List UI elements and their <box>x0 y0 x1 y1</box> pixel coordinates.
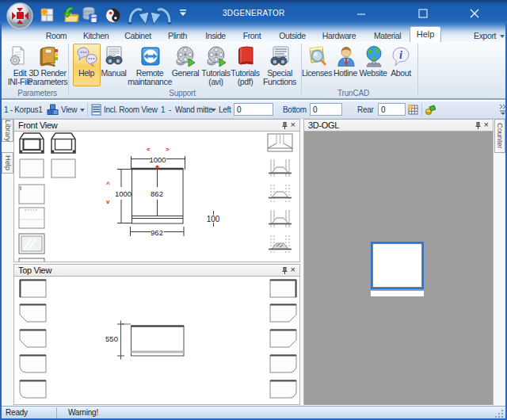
svg-text:<: < <box>147 146 151 153</box>
svg-text:^: ^ <box>106 181 110 188</box>
svg-text:v: v <box>106 198 110 205</box>
svg-text:862: 862 <box>151 189 163 198</box>
svg-text:962: 962 <box>151 228 163 237</box>
svg-text:1000: 1000 <box>149 155 166 164</box>
svg-text:550: 550 <box>105 334 118 343</box>
svg-text:1000: 1000 <box>115 189 132 198</box>
svg-text:>: > <box>166 146 170 153</box>
svg-text:100: 100 <box>207 215 220 223</box>
svg-text:i: i <box>399 49 402 61</box>
